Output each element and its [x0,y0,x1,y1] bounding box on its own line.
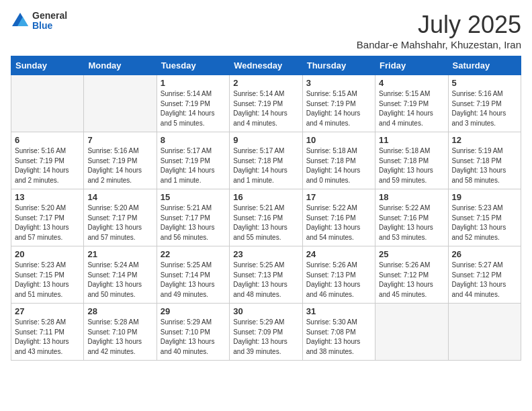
day-info: Sunrise: 5:30 AM Sunset: 7:08 PM Dayligh… [306,318,371,357]
day-info: Sunrise: 5:27 AM Sunset: 7:12 PM Dayligh… [452,261,517,300]
calendar-cell [84,75,157,132]
day-number: 22 [161,249,226,259]
calendar-cell: 21Sunrise: 5:24 AM Sunset: 7:14 PM Dayli… [84,246,157,304]
day-number: 29 [161,306,226,316]
title-block: July 2025 Bandar-e Mahshahr, Khuzestan, … [357,11,521,50]
calendar-cell [375,304,448,361]
logo-text: General Blue [32,11,67,32]
calendar-cell: 12Sunrise: 5:19 AM Sunset: 7:18 PM Dayli… [448,132,521,189]
day-number: 15 [161,192,226,202]
day-number: 4 [379,78,444,88]
calendar-week-row: 6Sunrise: 5:16 AM Sunset: 7:19 PM Daylig… [11,132,521,189]
weekday-header: Sunday [11,56,84,75]
calendar-cell: 3Sunrise: 5:15 AM Sunset: 7:19 PM Daylig… [302,75,375,132]
day-info: Sunrise: 5:21 AM Sunset: 7:17 PM Dayligh… [161,203,226,242]
day-number: 30 [233,306,298,316]
day-info: Sunrise: 5:22 AM Sunset: 7:16 PM Dayligh… [306,203,371,242]
weekday-header: Saturday [448,56,521,75]
day-number: 11 [379,135,444,145]
weekday-header: Tuesday [157,56,229,75]
day-info: Sunrise: 5:17 AM Sunset: 7:19 PM Dayligh… [161,146,226,185]
calendar-cell: 16Sunrise: 5:21 AM Sunset: 7:16 PM Dayli… [230,189,302,246]
day-number: 18 [379,192,444,202]
day-info: Sunrise: 5:28 AM Sunset: 7:11 PM Dayligh… [15,318,80,357]
calendar-cell: 28Sunrise: 5:28 AM Sunset: 7:10 PM Dayli… [84,304,157,361]
calendar-cell: 10Sunrise: 5:18 AM Sunset: 7:18 PM Dayli… [302,132,375,189]
day-info: Sunrise: 5:25 AM Sunset: 7:14 PM Dayligh… [161,261,226,300]
calendar-cell [11,75,84,132]
day-number: 10 [306,135,371,145]
day-number: 28 [87,306,152,316]
day-info: Sunrise: 5:20 AM Sunset: 7:17 PM Dayligh… [15,203,80,242]
day-number: 5 [452,78,517,88]
day-info: Sunrise: 5:28 AM Sunset: 7:10 PM Dayligh… [87,318,152,357]
calendar-cell: 24Sunrise: 5:26 AM Sunset: 7:13 PM Dayli… [302,246,375,304]
day-number: 12 [452,135,517,145]
calendar-cell: 7Sunrise: 5:16 AM Sunset: 7:19 PM Daylig… [84,132,157,189]
calendar-week-row: 20Sunrise: 5:23 AM Sunset: 7:15 PM Dayli… [11,246,521,304]
day-number: 19 [452,192,517,202]
weekday-header: Monday [84,56,157,75]
day-info: Sunrise: 5:18 AM Sunset: 7:18 PM Dayligh… [379,146,444,185]
calendar-cell: 14Sunrise: 5:20 AM Sunset: 7:17 PM Dayli… [84,189,157,246]
day-number: 27 [15,306,80,316]
day-info: Sunrise: 5:29 AM Sunset: 7:10 PM Dayligh… [161,318,226,357]
day-number: 7 [87,135,152,145]
day-number: 20 [15,249,80,259]
calendar-cell: 15Sunrise: 5:21 AM Sunset: 7:17 PM Dayli… [157,189,229,246]
day-number: 1 [161,78,226,88]
day-info: Sunrise: 5:22 AM Sunset: 7:16 PM Dayligh… [379,203,444,242]
calendar-cell: 4Sunrise: 5:15 AM Sunset: 7:19 PM Daylig… [375,75,448,132]
calendar-cell: 26Sunrise: 5:27 AM Sunset: 7:12 PM Dayli… [448,246,521,304]
day-info: Sunrise: 5:17 AM Sunset: 7:18 PM Dayligh… [233,146,298,185]
day-number: 31 [306,306,371,316]
day-info: Sunrise: 5:15 AM Sunset: 7:19 PM Dayligh… [379,89,444,128]
calendar-cell: 25Sunrise: 5:26 AM Sunset: 7:12 PM Dayli… [375,246,448,304]
calendar-cell: 31Sunrise: 5:30 AM Sunset: 7:08 PM Dayli… [302,304,375,361]
day-number: 17 [306,192,371,202]
calendar-cell: 6Sunrise: 5:16 AM Sunset: 7:19 PM Daylig… [11,132,84,189]
day-number: 3 [306,78,371,88]
day-info: Sunrise: 5:21 AM Sunset: 7:16 PM Dayligh… [233,203,298,242]
logo: General Blue [11,11,67,32]
logo-blue: Blue [32,21,67,31]
day-number: 13 [15,192,80,202]
calendar-cell: 1Sunrise: 5:14 AM Sunset: 7:19 PM Daylig… [157,75,229,132]
weekday-header: Wednesday [230,56,302,75]
location-subtitle: Bandar-e Mahshahr, Khuzestan, Iran [357,39,521,50]
day-number: 9 [233,135,298,145]
calendar-cell: 29Sunrise: 5:29 AM Sunset: 7:10 PM Dayli… [157,304,229,361]
calendar-week-row: 27Sunrise: 5:28 AM Sunset: 7:11 PM Dayli… [11,304,521,361]
calendar-cell: 23Sunrise: 5:25 AM Sunset: 7:13 PM Dayli… [230,246,302,304]
calendar-cell: 2Sunrise: 5:14 AM Sunset: 7:19 PM Daylig… [230,75,302,132]
day-number: 14 [87,192,152,202]
calendar-cell: 18Sunrise: 5:22 AM Sunset: 7:16 PM Dayli… [375,189,448,246]
day-number: 8 [161,135,226,145]
day-info: Sunrise: 5:16 AM Sunset: 7:19 PM Dayligh… [15,146,80,185]
weekday-header: Friday [375,56,448,75]
day-info: Sunrise: 5:26 AM Sunset: 7:12 PM Dayligh… [379,261,444,300]
day-info: Sunrise: 5:25 AM Sunset: 7:13 PM Dayligh… [233,261,298,300]
day-number: 23 [233,249,298,259]
calendar-cell: 5Sunrise: 5:16 AM Sunset: 7:19 PM Daylig… [448,75,521,132]
day-info: Sunrise: 5:20 AM Sunset: 7:17 PM Dayligh… [87,203,152,242]
calendar-table: SundayMondayTuesdayWednesdayThursdayFrid… [11,56,521,361]
month-title: July 2025 [357,11,521,39]
calendar-cell: 11Sunrise: 5:18 AM Sunset: 7:18 PM Dayli… [375,132,448,189]
calendar-cell: 8Sunrise: 5:17 AM Sunset: 7:19 PM Daylig… [157,132,229,189]
day-info: Sunrise: 5:24 AM Sunset: 7:14 PM Dayligh… [87,261,152,300]
day-info: Sunrise: 5:18 AM Sunset: 7:18 PM Dayligh… [306,146,371,185]
day-info: Sunrise: 5:23 AM Sunset: 7:15 PM Dayligh… [452,203,517,242]
calendar-cell: 22Sunrise: 5:25 AM Sunset: 7:14 PM Dayli… [157,246,229,304]
calendar-cell: 20Sunrise: 5:23 AM Sunset: 7:15 PM Dayli… [11,246,84,304]
day-number: 2 [233,78,298,88]
day-number: 21 [87,249,152,259]
calendar-cell: 17Sunrise: 5:22 AM Sunset: 7:16 PM Dayli… [302,189,375,246]
calendar-cell: 27Sunrise: 5:28 AM Sunset: 7:11 PM Dayli… [11,304,84,361]
day-info: Sunrise: 5:15 AM Sunset: 7:19 PM Dayligh… [306,89,371,128]
day-number: 25 [379,249,444,259]
day-info: Sunrise: 5:23 AM Sunset: 7:15 PM Dayligh… [15,261,80,300]
calendar-week-row: 1Sunrise: 5:14 AM Sunset: 7:19 PM Daylig… [11,75,521,132]
day-info: Sunrise: 5:16 AM Sunset: 7:19 PM Dayligh… [452,89,517,128]
day-info: Sunrise: 5:16 AM Sunset: 7:19 PM Dayligh… [87,146,152,185]
